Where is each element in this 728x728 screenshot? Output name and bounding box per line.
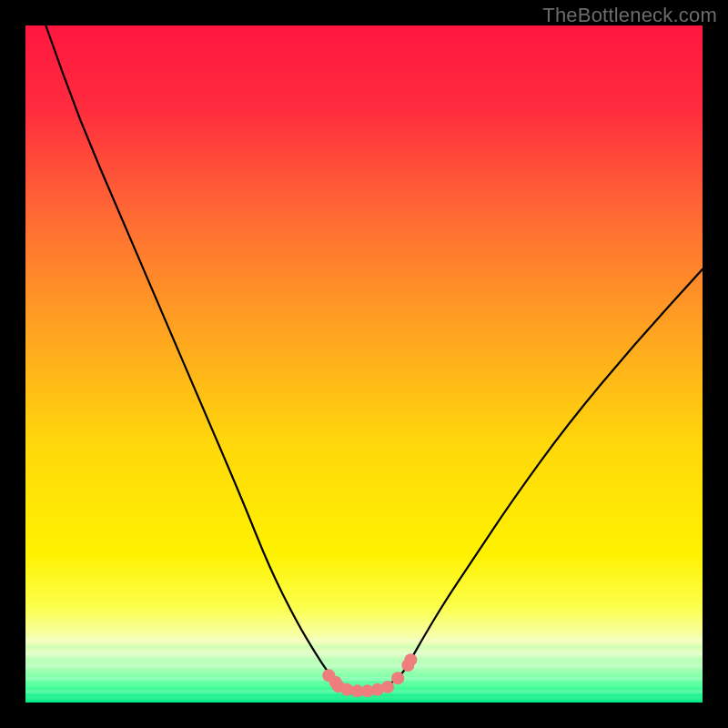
chart-frame: TheBottleneck.com xyxy=(0,0,728,728)
watermark-text: TheBottleneck.com xyxy=(542,4,717,27)
bottleneck-curve xyxy=(25,25,703,703)
plot-area xyxy=(25,25,703,703)
